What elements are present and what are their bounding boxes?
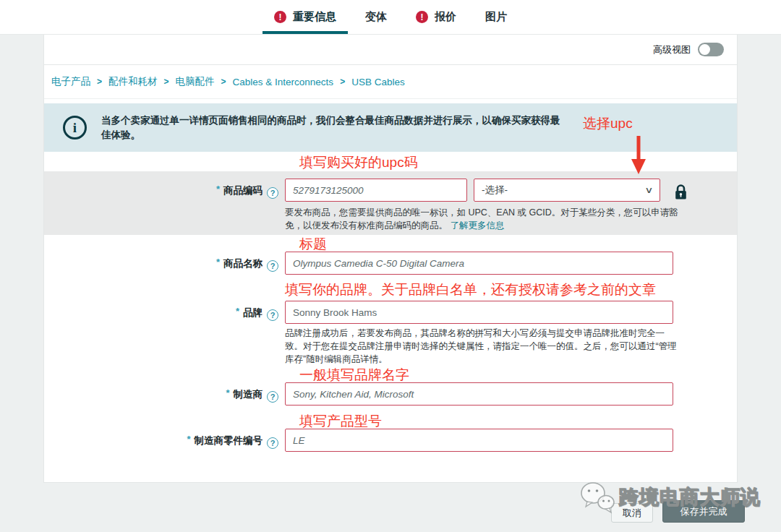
chevron-down-icon: ∨ [644,185,653,195]
cancel-button[interactable]: 取消 [611,503,653,523]
card-header: 高级视图 [44,35,737,65]
breadcrumb-separator: > [164,77,169,87]
product-id-type-select[interactable]: -选择- ∨ [474,179,660,202]
tab-offer[interactable]: ! 报价 [414,0,458,34]
advanced-view-toggle[interactable] [698,43,724,56]
required-asterisk: * [216,257,220,267]
breadcrumb-item[interactable]: 电脑配件 [176,75,215,88]
product-name-label: 商品名称 [223,258,263,269]
manufacturer-input[interactable] [285,382,673,406]
toggle-knob [699,44,710,55]
annotation-fill-upc: 填写购买好的upc码 [299,155,737,170]
brand-row: *品牌? [44,301,737,324]
breadcrumb-item[interactable]: 电子产品 [51,75,90,88]
annotation-manufacturer: 一般填写品牌名字 [299,368,737,382]
info-icon: i [63,116,87,140]
product-name-input[interactable] [285,252,673,275]
breadcrumb-item[interactable]: USB Cables [351,77,405,87]
help-icon[interactable]: ? [267,260,278,272]
breadcrumb-item[interactable]: 配件和耗材 [108,75,158,88]
part-number-row: *制造商零件编号? [44,429,737,452]
product-id-label: 商品编码 [223,185,263,196]
advanced-view-label: 高级视图 [653,43,691,56]
manufacturer-label: 制造商 [234,389,263,400]
save-and-finish-button[interactable]: 保存并完成 [662,500,745,523]
tab-variations[interactable]: 变体 [364,0,388,34]
part-number-label: 制造商零件编号 [195,435,263,446]
help-icon[interactable]: ? [267,309,278,321]
part-number-label-col: *制造商零件编号? [44,429,285,452]
tab-images[interactable]: 图片 [484,0,508,34]
product-id-helper: 要发布商品，您需要提供商品的唯一标识，如 UPC、EAN 或 GCID。对于某些… [285,206,679,232]
breadcrumb: 电子产品 > 配件和耗材 > 电脑配件 > Cables & Interconn… [44,65,737,99]
breadcrumb-separator: > [97,77,102,87]
tab-label: 变体 [365,10,387,24]
tab-label: 图片 [485,10,507,24]
product-id-label-col: *商品编码? [44,179,285,202]
annotation-brand: 填写你的品牌。关于品牌白名单，还有授权请参考之前的文章 [285,283,737,297]
help-icon[interactable]: ? [267,391,278,403]
required-asterisk: * [236,306,239,317]
lock-icon [674,184,688,200]
info-banner-text: 当多个卖家通过单一详情页面销售相同的商品时，我们会整合最佳商品数据并进行展示，以… [101,113,564,142]
annotation-part-number: 填写产品型号 [299,414,737,429]
breadcrumb-separator: > [340,77,345,87]
annotation-title: 标题 [299,237,737,252]
learn-more-link[interactable]: 了解更多信息 [450,220,504,231]
product-id-section: *商品编码? -选择- ∨ 要发布商品，您需要提供商品的唯 [44,171,737,235]
form-card: 高级视图 电子产品 > 配件和耗材 > 电脑配件 > Cables & Inte… [43,35,738,483]
brand-label-col: *品牌? [44,301,285,324]
annotation-select-upc: 选择upc [583,116,633,131]
brand-helper: 品牌注册成功后，若要发布商品，其品牌名称的拼写和大小写必须与提交申请品牌批准时完… [285,327,678,366]
manufacturer-row: *制造商? [44,382,737,406]
breadcrumb-item[interactable]: Cables & Interconnects [233,77,334,87]
required-asterisk: * [226,387,229,398]
product-id-fields: -选择- ∨ [285,179,688,202]
breadcrumb-separator: > [221,77,226,87]
alert-icon: ! [416,11,428,23]
product-name-label-col: *商品名称? [44,252,285,275]
required-asterisk: * [216,184,220,194]
product-id-input[interactable] [285,179,467,202]
help-icon[interactable]: ? [267,437,278,449]
tab-bar: ! 重要信息 变体 ! 报价 图片 [0,0,781,35]
red-arrow-down-icon [631,136,646,175]
help-icon[interactable]: ? [267,187,278,199]
brand-input[interactable] [285,301,673,324]
tab-label: 重要信息 [293,10,336,24]
alert-icon: ! [274,11,286,23]
brand-label: 品牌 [243,307,263,318]
part-number-input[interactable] [285,429,673,452]
product-name-row: *商品名称? [44,252,737,275]
tabs: ! 重要信息 变体 ! 报价 图片 [273,0,508,34]
required-asterisk: * [187,434,190,445]
tab-important-info[interactable]: ! 重要信息 [273,0,338,34]
manufacturer-label-col: *制造商? [44,382,285,406]
product-id-row: *商品编码? -选择- ∨ [44,179,737,202]
tab-label: 报价 [435,10,456,24]
select-value: -选择- [482,184,508,197]
screen: ! 重要信息 变体 ! 报价 图片 高级视图 电子产品 > 配件 [0,0,781,532]
